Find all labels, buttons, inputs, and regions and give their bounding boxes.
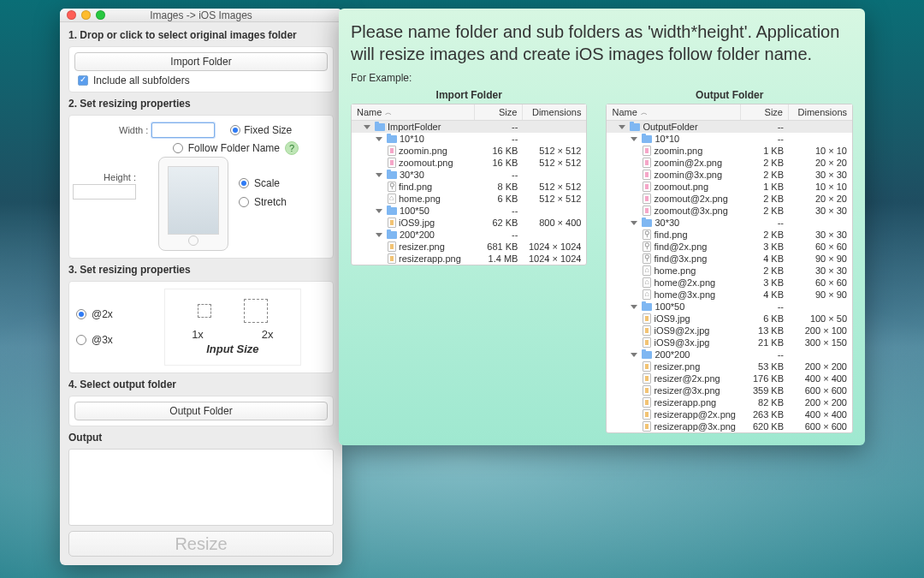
disclosure-triangle-icon[interactable] bbox=[631, 353, 637, 357]
file-row[interactable]: resizer.png53 KB200 × 200 bbox=[607, 361, 852, 372]
file-row[interactable]: zoomin.png16 KB512 × 512 bbox=[352, 145, 586, 157]
file-row[interactable]: zoomout@3x.png2 KB30 × 30 bbox=[607, 205, 852, 217]
file-row[interactable]: resizer.png681 KB1024 × 1024 bbox=[352, 241, 586, 253]
disclosure-triangle-icon[interactable] bbox=[376, 137, 382, 141]
disclosure-triangle-icon[interactable] bbox=[619, 125, 625, 129]
file-row[interactable]: zoomout.png1 KB10 × 10 bbox=[607, 181, 852, 193]
row-size: 2 KB bbox=[736, 229, 784, 240]
folder-row[interactable]: 30*30-- bbox=[607, 217, 852, 229]
row-size: 1.4 MB bbox=[470, 253, 518, 264]
at3x-radio[interactable] bbox=[76, 335, 86, 345]
disclosure-triangle-icon[interactable] bbox=[376, 173, 382, 177]
width-input[interactable] bbox=[151, 122, 215, 138]
disclosure-triangle-icon[interactable] bbox=[364, 125, 370, 129]
file-row[interactable]: zoomin.png1 KB10 × 10 bbox=[607, 145, 852, 157]
output-panel-title: Output Folder bbox=[606, 89, 853, 101]
file-row[interactable]: home@2x.png3 KB60 × 60 bbox=[607, 277, 852, 289]
scale-radio[interactable] bbox=[239, 178, 249, 188]
disclosure-triangle-icon[interactable] bbox=[631, 221, 637, 225]
row-size: 6 KB bbox=[470, 194, 518, 204]
output-textarea[interactable] bbox=[68, 449, 334, 526]
file-row[interactable]: resizer@3x.png359 KB600 × 600 bbox=[607, 384, 852, 396]
file-row[interactable]: home.png6 KB512 × 512 bbox=[352, 193, 586, 205]
file-row[interactable]: home@3x.png4 KB90 × 90 bbox=[607, 289, 852, 301]
col-size[interactable]: Size bbox=[741, 104, 789, 120]
folder-row[interactable]: 100*50-- bbox=[607, 301, 852, 313]
file-row[interactable]: zoomin@3x.png2 KB30 × 30 bbox=[607, 169, 852, 181]
disclosure-triangle-icon[interactable] bbox=[631, 305, 637, 309]
close-icon[interactable] bbox=[67, 10, 76, 20]
zoom-icon[interactable] bbox=[96, 10, 105, 20]
follow-folder-radio[interactable] bbox=[173, 143, 183, 153]
help-icon[interactable]: ? bbox=[285, 141, 299, 155]
row-dimensions: 512 × 512 bbox=[518, 146, 581, 156]
folder-row[interactable]: 10*10-- bbox=[352, 133, 586, 145]
file-row[interactable]: iOS9@2x.jpg13 KB200 × 100 bbox=[607, 325, 852, 337]
col-name[interactable]: Name ︿ bbox=[607, 104, 741, 120]
file-row[interactable]: iOS9@3x.jpg21 KB300 × 150 bbox=[607, 337, 852, 349]
file-row[interactable]: zoomout@2x.png2 KB20 × 20 bbox=[607, 193, 852, 205]
fixed-size-radio[interactable] bbox=[230, 125, 240, 135]
folder-row[interactable]: OutputFolder-- bbox=[607, 121, 852, 133]
minimize-icon[interactable] bbox=[81, 10, 91, 20]
include-subfolders-checkbox[interactable] bbox=[78, 75, 88, 86]
file-row[interactable]: resizerapp@2x.png263 KB400 × 400 bbox=[607, 408, 852, 420]
row-name: find.png bbox=[399, 182, 432, 192]
file-row[interactable]: resizerapp.png82 KB200 × 200 bbox=[607, 396, 852, 408]
small-box-icon bbox=[198, 304, 211, 318]
file-row[interactable]: find@2x.png3 KB60 × 60 bbox=[607, 241, 852, 253]
disclosure-triangle-icon[interactable] bbox=[631, 137, 637, 141]
row-name: zoomout@2x.png bbox=[654, 194, 727, 204]
at3x-label: @3x bbox=[92, 334, 113, 346]
row-name: find@2x.png bbox=[654, 241, 707, 252]
col-size[interactable]: Size bbox=[475, 104, 523, 120]
folder-icon bbox=[387, 171, 397, 179]
image-file-icon bbox=[643, 325, 651, 336]
folder-row[interactable]: 200*200-- bbox=[352, 229, 586, 241]
search-file-icon bbox=[643, 253, 651, 264]
row-dimensions: 600 × 600 bbox=[784, 385, 847, 396]
image-file-icon bbox=[388, 241, 396, 252]
file-row[interactable]: iOS9.jpg62 KB800 × 400 bbox=[352, 217, 586, 229]
output-folder-button[interactable]: Output Folder bbox=[74, 402, 328, 420]
file-row[interactable]: zoomout.png16 KB512 × 512 bbox=[352, 157, 586, 169]
row-name: resizerapp@2x.png bbox=[654, 409, 736, 420]
col-dimensions[interactable]: Dimensions bbox=[523, 104, 586, 120]
scale-label: Scale bbox=[254, 177, 280, 189]
row-size: 2 KB bbox=[736, 265, 784, 276]
info-headline: Please name folder and sub folders as 'w… bbox=[351, 21, 853, 65]
col-dimensions[interactable]: Dimensions bbox=[789, 104, 852, 120]
file-row[interactable]: find.png8 KB512 × 512 bbox=[352, 181, 586, 193]
stretch-radio[interactable] bbox=[239, 197, 249, 207]
import-folder-button[interactable]: Import Folder bbox=[74, 52, 328, 71]
folder-row[interactable]: 30*30-- bbox=[352, 169, 586, 181]
file-row[interactable]: iOS9.jpg6 KB100 × 50 bbox=[607, 313, 852, 325]
folder-row[interactable]: 200*200-- bbox=[607, 349, 852, 361]
step3-label: 3. Set resizing properties bbox=[68, 264, 334, 276]
disclosure-triangle-icon[interactable] bbox=[376, 209, 382, 213]
file-row[interactable]: resizer@2x.png176 KB400 × 400 bbox=[607, 372, 852, 384]
row-size: 620 KB bbox=[736, 421, 784, 432]
row-name: zoomin.png bbox=[399, 146, 447, 156]
file-row[interactable]: resizerapp@3x.png620 KB600 × 600 bbox=[607, 420, 852, 432]
file-row[interactable]: zoomin@2x.png2 KB20 × 20 bbox=[607, 157, 852, 169]
follow-folder-label: Follow Folder Name bbox=[188, 142, 280, 154]
folder-row[interactable]: 10*10-- bbox=[607, 133, 852, 145]
row-name: OutputFolder bbox=[643, 122, 697, 132]
file-row[interactable]: home.png2 KB30 × 30 bbox=[607, 265, 852, 277]
row-size: -- bbox=[470, 206, 518, 216]
folder-row[interactable]: ImportFolder-- bbox=[352, 121, 586, 133]
height-input[interactable] bbox=[73, 184, 136, 200]
resize-button[interactable]: Resize bbox=[68, 531, 334, 557]
phone-preview-icon bbox=[158, 157, 228, 251]
info-panel: Please name folder and sub folders as 'w… bbox=[339, 9, 865, 445]
row-dimensions: 600 × 600 bbox=[784, 421, 847, 432]
folder-icon bbox=[375, 123, 385, 131]
file-row[interactable]: find@3x.png4 KB90 × 90 bbox=[607, 253, 852, 265]
folder-row[interactable]: 100*50-- bbox=[352, 205, 586, 217]
col-name[interactable]: Name ︿ bbox=[352, 104, 475, 120]
file-row[interactable]: find.png2 KB30 × 30 bbox=[607, 229, 852, 241]
disclosure-triangle-icon[interactable] bbox=[376, 233, 382, 237]
file-row[interactable]: resizerapp.png1.4 MB1024 × 1024 bbox=[352, 253, 586, 265]
at2x-radio[interactable] bbox=[76, 309, 86, 319]
